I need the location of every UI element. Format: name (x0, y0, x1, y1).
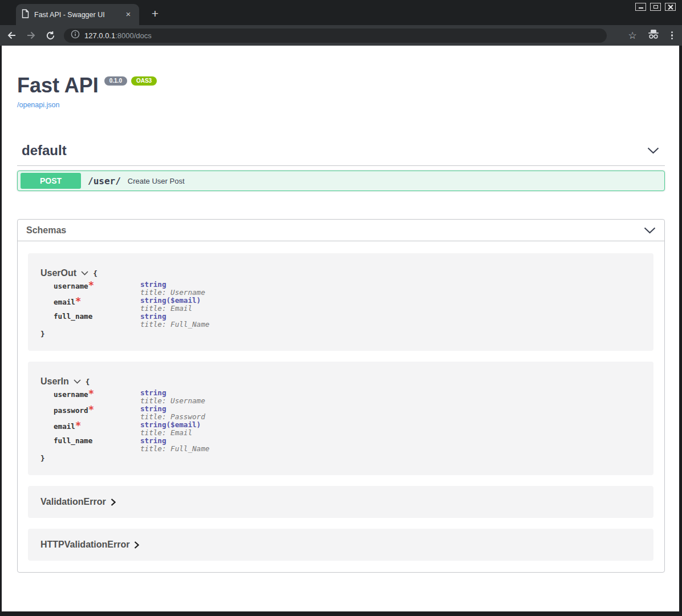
api-title: Fast API (17, 74, 99, 97)
chevron-right-icon[interactable] (111, 499, 116, 506)
oas3-badge: OAS3 (131, 76, 157, 86)
model-properties: username*stringtitle: Usernameemail*stri… (54, 281, 641, 329)
property-title: title: Email (140, 305, 201, 313)
bookmark-star-icon[interactable]: ☆ (628, 31, 637, 40)
browser-tab[interactable]: Fast API - Swagger UI × (16, 4, 139, 25)
schemas-body: UserOut{username*stringtitle: Usernameem… (18, 241, 664, 572)
model-toggle-UserOut[interactable]: UserOut{ (40, 268, 641, 278)
schemas-header[interactable]: Schemas (18, 220, 664, 241)
required-star: * (88, 388, 94, 399)
property-row: username*stringtitle: Username (54, 389, 641, 405)
maximize-icon (653, 5, 658, 9)
required-star: * (88, 279, 94, 291)
model-name: UserOut (40, 268, 76, 278)
tag-divider (17, 165, 665, 166)
browser-menu-icon[interactable] (670, 30, 674, 41)
property-definition: stringtitle: Full_Name (140, 437, 209, 453)
maximize-button[interactable] (650, 3, 661, 11)
property-row: username*stringtitle: Username (54, 281, 641, 297)
property-title: title: Email (140, 429, 201, 437)
browser-toolbar: 127.0.0.1:8000/docs ☆ (0, 25, 682, 46)
property-type: string($email) (140, 421, 201, 429)
minimize-button[interactable] (635, 3, 646, 11)
model-HTTPValidationError: HTTPValidationError (28, 529, 653, 561)
forward-button[interactable] (23, 27, 39, 43)
property-type: string (140, 405, 205, 413)
property-row: email*string($email)title: Email (54, 421, 641, 437)
tab-strip: Fast API - Swagger UI × + (0, 0, 682, 25)
incognito-icon (647, 29, 660, 42)
tag-name: default (22, 143, 647, 159)
open-brace: { (86, 378, 90, 386)
model-toggle-ValidationError[interactable]: ValidationError (40, 497, 641, 507)
property-title: title: Username (140, 289, 205, 297)
property-type: string (140, 313, 209, 321)
url-text: 127.0.0.1:8000/docs (84, 31, 152, 40)
model-UserOut: UserOut{username*stringtitle: Usernameem… (28, 253, 653, 351)
property-type: string (140, 437, 209, 445)
property-title: title: Full_Name (140, 321, 209, 329)
operation-summary: Create User Post (128, 177, 185, 185)
required-star: * (88, 404, 94, 415)
model-name: ValidationError (40, 497, 106, 507)
address-bar[interactable]: 127.0.0.1:8000/docs (64, 29, 607, 43)
chevron-down-icon[interactable] (647, 147, 659, 154)
tag-section-default: default POST /user/ Create User Post (17, 138, 665, 191)
property-definition: string($email)title: Email (140, 297, 201, 313)
version-badge: 0.1.0 (104, 76, 127, 86)
close-brace: } (40, 330, 641, 338)
property-row: full_namestringtitle: Full_Name (54, 437, 641, 453)
property-definition: string($email)title: Email (140, 421, 201, 437)
property-type: string($email) (140, 297, 201, 305)
close-window-button[interactable] (665, 3, 676, 11)
tag-toggle-default[interactable]: default (17, 138, 665, 163)
model-toggle-UserIn[interactable]: UserIn{ (40, 376, 641, 387)
model-properties: username*stringtitle: Usernamepassword*s… (54, 389, 641, 453)
browser-window: Fast API - Swagger UI × + 127.0.0.1:8000… (0, 0, 682, 616)
property-name: full_name (54, 313, 140, 329)
property-title: title: Password (140, 413, 205, 421)
reload-button[interactable] (42, 27, 58, 43)
open-brace: { (93, 269, 98, 278)
property-definition: stringtitle: Username (140, 281, 205, 297)
schemas-title: Schemas (26, 225, 644, 236)
property-row: password*stringtitle: Password (54, 405, 641, 421)
property-type: string (140, 281, 205, 289)
api-info: Fast API 0.1.0 OAS3 /openapi.json (17, 46, 665, 110)
toolbar-right: ☆ (628, 29, 674, 42)
page-file-icon (22, 9, 29, 21)
chevron-down-icon[interactable] (644, 227, 656, 234)
window-frame-bottom (0, 611, 682, 616)
property-name: username* (54, 281, 140, 297)
model-UserIn: UserIn{username*stringtitle: Usernamepas… (28, 362, 653, 475)
close-tab-icon[interactable]: × (123, 10, 133, 20)
property-row: full_namestringtitle: Full_Name (54, 313, 641, 329)
chevron-down-icon[interactable] (74, 379, 81, 384)
chevron-down-icon[interactable] (81, 271, 88, 275)
window-controls (635, 3, 676, 11)
property-title: title: Username (140, 397, 205, 405)
model-name: UserIn (40, 376, 69, 387)
property-name: username* (54, 389, 140, 405)
property-title: title: Full_Name (140, 445, 209, 453)
url-host: 127.0.0.1 (84, 31, 115, 40)
schemas-section: Schemas UserOut{username*stringtitle: Us… (17, 219, 665, 573)
close-icon (668, 5, 673, 10)
site-info-icon[interactable] (71, 30, 80, 41)
property-row: email*string($email)title: Email (54, 297, 641, 313)
operation-path: /user/ (88, 176, 121, 187)
chevron-right-icon[interactable] (134, 541, 139, 549)
openapi-spec-link[interactable]: /openapi.json (17, 101, 59, 109)
property-name: email* (54, 421, 140, 437)
opblock-post-user[interactable]: POST /user/ Create User Post (17, 171, 665, 191)
close-brace: } (40, 454, 641, 463)
url-path: :8000/docs (115, 31, 152, 40)
property-name: email* (54, 297, 140, 313)
new-tab-button[interactable]: + (147, 6, 163, 22)
minimize-icon (639, 7, 643, 9)
post-method-button[interactable]: POST (21, 173, 81, 189)
model-toggle-HTTPValidationError[interactable]: HTTPValidationError (40, 540, 641, 550)
required-star: * (75, 295, 81, 307)
back-button[interactable] (3, 27, 19, 43)
swagger-page: Fast API 0.1.0 OAS3 /openapi.json defaul… (2, 46, 679, 611)
